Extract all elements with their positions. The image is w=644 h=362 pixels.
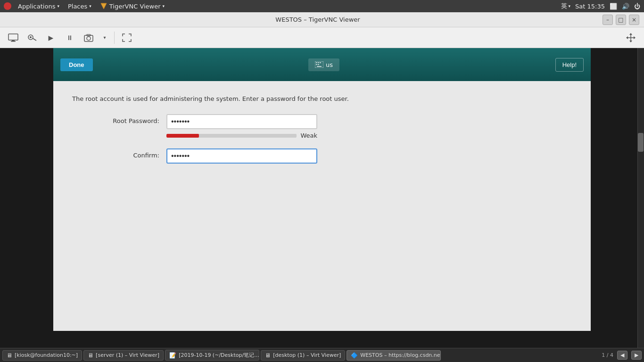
root-password-row: Root Password: Weak [72, 114, 572, 139]
root-password-input[interactable] [166, 114, 317, 129]
installer-body: The root account is used for administeri… [53, 81, 591, 331]
vnc-window: WESTOS – TigerVNC Viewer – □ × ▶ [0, 12, 644, 362]
vnc-scrollbar-thumb [638, 133, 644, 152]
tigervnc-menu[interactable]: TigerVNC Viewer ▾ [96, 1, 168, 11]
screen-icon[interactable]: ⬜ [610, 3, 617, 10]
fullscreen-button[interactable] [118, 30, 135, 46]
strength-bar-fill [166, 134, 199, 138]
next-page-button[interactable]: ▶ [631, 351, 642, 360]
installer-header: Done us [53, 48, 591, 81]
tigervnc-arrow: ▾ [163, 4, 165, 8]
language-arrow: ▾ [569, 4, 571, 8]
screenshot-button[interactable] [80, 30, 97, 46]
svg-rect-3 [11, 41, 16, 42]
done-button[interactable]: Done [60, 58, 93, 71]
title-bar: WESTOS – TigerVNC Viewer – □ × [0, 12, 644, 27]
vnc-content: Done us [0, 48, 644, 362]
svg-marker-0 [101, 3, 107, 9]
strength-label: Weak [300, 132, 317, 139]
places-arrow: ▾ [89, 4, 91, 8]
language-selector[interactable]: 英 ▾ [561, 2, 571, 10]
title-bar-controls: – □ × [603, 15, 639, 25]
svg-point-6 [30, 36, 32, 38]
taskbar-terminal[interactable]: 🖥 [kiosk@foundation10:~] [2, 350, 82, 361]
tigervnc-icon [100, 2, 107, 10]
applications-arrow: ▾ [57, 4, 59, 8]
speaker-icon[interactable]: 🔊 [622, 3, 629, 10]
taskbar-westos-vnc[interactable]: 🔷 WESTOS – https://blog.csdn.net/weixin.… [347, 350, 441, 361]
applications-menu[interactable]: Applications ▾ [14, 2, 63, 11]
server-viewer-icon: 🖥 [88, 352, 93, 359]
terminal-icon: 🖥 [7, 352, 12, 359]
taskbar-westos-vnc-label: WESTOS – https://blog.csdn.net/weixin... [360, 352, 441, 358]
taskbar-notes-label: [2019-10-19 (~/Desktop/笔记... [179, 352, 259, 359]
datetime-display[interactable]: Sat 15:35 [575, 3, 605, 10]
confirm-password-field-container [166, 148, 317, 164]
help-button[interactable]: Help! [555, 58, 584, 72]
camera-icon [84, 33, 93, 42]
confirm-password-input[interactable] [166, 148, 317, 164]
taskbar-server-viewer-label: [server (1) – Virt Viewer] [96, 352, 159, 358]
toolbar-dropdown-button[interactable]: ▾ [99, 30, 110, 46]
svg-point-8 [87, 36, 91, 40]
svg-rect-17 [316, 62, 317, 63]
strength-container: Weak [166, 132, 317, 139]
svg-rect-21 [318, 64, 319, 65]
prev-page-button[interactable]: ◀ [617, 351, 627, 360]
move-icon [626, 33, 636, 43]
taskbar-server-viewer[interactable]: 🖥 [server (1) – Virt Viewer] [83, 350, 164, 361]
installer-page: Done us [53, 48, 591, 331]
toolbar: ▶ ⏸ ▾ [0, 27, 644, 48]
system-bar-left: Applications ▾ Places ▾ TigerVNC Viewer … [4, 1, 168, 11]
installer-description: The root account is used for administeri… [72, 95, 572, 102]
minimize-button[interactable]: – [603, 15, 613, 25]
keyboard-indicator[interactable]: us [308, 58, 339, 71]
key-icon [27, 33, 37, 42]
fullscreen-icon [122, 33, 132, 42]
notes-icon: 📝 [169, 352, 176, 359]
play-button[interactable]: ▶ [42, 30, 59, 46]
svg-rect-18 [318, 62, 319, 63]
taskbar-terminal-label: [kiosk@foundation10:~] [15, 352, 78, 358]
svg-marker-15 [634, 36, 636, 39]
taskbar-notes[interactable]: 📝 [2019-10-19 (~/Desktop/笔记... [165, 350, 259, 361]
svg-rect-19 [320, 62, 321, 63]
svg-line-5 [33, 38, 36, 41]
restore-button[interactable]: □ [616, 15, 626, 25]
taskbar: 🖥 [kiosk@foundation10:~] 🖥 [server (1) –… [0, 348, 644, 362]
taskbar-right: 1 / 4 ◀ ▶ [602, 351, 642, 360]
svg-rect-20 [316, 64, 317, 65]
vnc-scrollbar[interactable] [637, 48, 644, 362]
monitor-icon [8, 33, 18, 42]
confirm-label: Confirm: [72, 148, 166, 159]
places-menu[interactable]: Places ▾ [64, 2, 95, 11]
monitor-button[interactable] [5, 30, 22, 46]
move-button[interactable] [622, 30, 639, 46]
root-password-field-container: Weak [166, 114, 317, 139]
toolbar-right [622, 30, 639, 46]
system-bar-right: 英 ▾ Sat 15:35 ⬜ 🔊 ⏻ [561, 2, 640, 10]
svg-marker-14 [626, 36, 628, 39]
play-icon: ▶ [49, 34, 54, 41]
close-button[interactable]: × [629, 15, 639, 25]
keys-button[interactable] [24, 30, 41, 46]
desktop-viewer-icon: 🖥 [265, 352, 271, 359]
svg-marker-13 [629, 41, 632, 42]
westos-vnc-icon: 🔷 [351, 352, 358, 359]
svg-marker-12 [629, 33, 632, 35]
taskbar-desktop-viewer-label: [desktop (1) – Virt Viewer] [273, 352, 341, 358]
strength-bar-bg [166, 134, 297, 138]
svg-rect-22 [317, 66, 322, 67]
svg-rect-2 [12, 40, 15, 41]
keyboard-layout-label: us [326, 61, 333, 68]
power-icon[interactable]: ⏻ [634, 3, 640, 10]
pause-icon: ⏸ [66, 34, 73, 41]
pause-button[interactable]: ⏸ [61, 30, 78, 46]
system-bar: Applications ▾ Places ▾ TigerVNC Viewer … [0, 0, 644, 12]
window-title: WESTOS – TigerVNC Viewer [33, 16, 603, 23]
keyboard-icon [315, 61, 323, 68]
svg-rect-1 [8, 34, 18, 40]
taskbar-desktop-viewer[interactable]: 🖥 [desktop (1) – Virt Viewer] [261, 350, 345, 361]
root-password-label: Root Password: [72, 114, 166, 124]
confirm-password-row: Confirm: [72, 148, 572, 164]
